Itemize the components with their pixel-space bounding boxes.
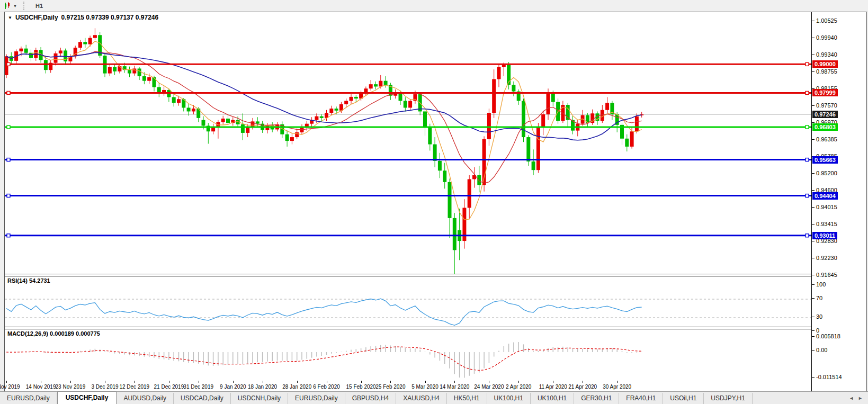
time-axis-label: 14 Nov 2019 xyxy=(26,384,56,390)
axis-tick-mark xyxy=(812,275,815,275)
candle-down xyxy=(285,134,289,141)
top-toolbar: ▼ M1M5M15M30H1H4D1W1MN xyxy=(0,0,868,12)
chart-type-button[interactable]: ▼ xyxy=(2,2,19,10)
axis-tick-mark xyxy=(812,139,815,140)
candle-down xyxy=(320,116,324,118)
level-handle[interactable] xyxy=(7,194,10,197)
time-tick xyxy=(135,381,135,383)
candle-down xyxy=(522,101,525,137)
level-handle[interactable] xyxy=(806,125,809,129)
time-axis-label: 30 Apr 2020 xyxy=(603,384,631,390)
time-tick xyxy=(297,381,298,383)
chart-tab-usdjpy-h1[interactable]: USDJPY,H1 xyxy=(704,393,752,404)
chart-tab-ger30-h1[interactable]: GER30,H1 xyxy=(574,393,619,404)
level-handle[interactable] xyxy=(806,158,809,161)
candle-down xyxy=(625,139,629,147)
chart-tab-eurusd-daily[interactable]: EURUSD,Daily xyxy=(0,393,57,404)
chart-tab-hk50-h1[interactable]: HK50,H1 xyxy=(447,393,487,404)
axis-tick-mark xyxy=(812,241,815,241)
price-axis-label: 0.95200 xyxy=(816,170,837,176)
level-handle[interactable] xyxy=(7,91,10,94)
macd-pane[interactable]: MACD(12,26,9) 0.000189 0.000775 xyxy=(5,329,812,381)
candle-up xyxy=(630,131,634,147)
candle-down xyxy=(428,127,432,144)
candlestick-chart-icon xyxy=(4,2,12,10)
time-tick xyxy=(361,381,362,383)
level-handle[interactable] xyxy=(806,62,809,66)
level-handle[interactable] xyxy=(806,234,809,237)
price-axis-label: 0.94015 xyxy=(816,204,837,210)
price-level-badge: 0.95663 xyxy=(812,156,838,164)
chart-tab-fra40-h1[interactable]: FRA40,H1 xyxy=(619,393,663,404)
candle-up xyxy=(497,67,501,79)
time-axis-label: 9 Jan 2020 xyxy=(220,384,246,390)
chart-tab-gbpusd-h4[interactable]: GBPUSD,H4 xyxy=(345,393,396,404)
time-tick xyxy=(169,381,169,383)
axis-tick-mark xyxy=(812,336,815,337)
tab-scroll-right-icon[interactable]: ► xyxy=(858,396,863,401)
tab-list: EURUSD,DailyUSDCHF,DailyAUDUSD,DailyUSDC… xyxy=(0,392,753,404)
chart-tab-xauusd-h4[interactable]: XAUUSD,H4 xyxy=(396,393,447,404)
price-axis-label: 0.91645 xyxy=(816,272,837,278)
time-axis-label: 18 Jan 2020 xyxy=(248,384,277,390)
candle-down xyxy=(438,161,442,170)
rsi-axis-label: 70 xyxy=(816,295,822,301)
axis-tick-mark xyxy=(812,224,815,225)
time-axis-label: 21 Apr 2020 xyxy=(568,384,597,390)
axis-tick-mark xyxy=(812,173,815,174)
moving-average-mid xyxy=(6,52,642,183)
candle-up xyxy=(541,114,545,127)
candle-up xyxy=(547,93,550,114)
candle-down xyxy=(172,97,176,103)
candle-up xyxy=(502,65,506,67)
candle-up xyxy=(315,116,318,120)
chart-tab-usdchf-daily[interactable]: USDCHF,Daily xyxy=(57,391,117,404)
time-axis-label: 28 Jan 2020 xyxy=(282,384,311,390)
price-axis[interactable]: 1.005250.999400.993400.987550.981550.975… xyxy=(811,12,866,391)
rsi-pane[interactable]: RSI(14) 54.2731 xyxy=(5,276,812,327)
axis-tick-mark xyxy=(812,21,815,21)
axis-tick-mark xyxy=(812,71,815,72)
level-handle[interactable] xyxy=(7,234,10,237)
price-axis-label: 0.99340 xyxy=(816,51,837,58)
tab-scroll-left-icon[interactable]: ◄ xyxy=(849,396,854,401)
candle-up xyxy=(329,109,333,113)
level-handle[interactable] xyxy=(7,158,10,161)
axis-tick-mark xyxy=(812,258,815,258)
time-tick xyxy=(41,381,41,383)
candle-up xyxy=(54,53,58,63)
time-axis-label: 24 Mar 2020 xyxy=(474,384,504,390)
axis-tick-mark xyxy=(812,284,815,285)
candle-down xyxy=(142,76,146,81)
chart-tab-usoil-h1[interactable]: USOil,H1 xyxy=(663,393,704,404)
chart-tab-usdcnh-daily[interactable]: USDCNH,Daily xyxy=(231,393,288,404)
level-handle[interactable] xyxy=(806,91,809,94)
candle-up xyxy=(487,113,491,139)
chart-tab-uk100-h1[interactable]: UK100,H1 xyxy=(531,393,574,404)
chart-tab-audusd-daily[interactable]: AUDUSD,Daily xyxy=(117,393,174,404)
candle-down xyxy=(443,170,446,182)
axis-tick-mark xyxy=(812,377,815,378)
level-handle[interactable] xyxy=(7,125,10,129)
level-handle[interactable] xyxy=(806,194,809,197)
axis-tick-mark xyxy=(812,317,815,317)
time-tick xyxy=(70,381,71,383)
candle-up xyxy=(177,99,181,103)
candle-down xyxy=(335,109,338,111)
timeframe-button-h1[interactable]: H1 xyxy=(31,1,51,11)
main-chart-pane[interactable]: ▼ USDCHF,Daily 0.97215 0.97339 0.97137 0… xyxy=(5,12,812,274)
chart-tab-uk100-h1[interactable]: UK100,H1 xyxy=(487,393,531,404)
toolbar-grip xyxy=(23,2,27,10)
chart-tab-eurusd-daily[interactable]: EURUSD,Daily xyxy=(288,393,345,404)
candle-up xyxy=(108,67,112,74)
candle-up xyxy=(295,132,299,137)
level-handle[interactable] xyxy=(7,62,10,66)
chart-tab-usdcad-daily[interactable]: USDCAD,Daily xyxy=(174,393,231,404)
moving-average-fast xyxy=(6,41,642,220)
price-axis-label: 0.92230 xyxy=(816,255,837,261)
time-axis-label: 25 Feb 2020 xyxy=(375,384,405,390)
time-axis-label: 2 Apr 2020 xyxy=(506,384,531,390)
chart-tab-bar: EURUSD,DailyUSDCHF,DailyAUDUSD,DailyUSDC… xyxy=(0,391,868,404)
candle-down xyxy=(477,175,481,185)
candle-down xyxy=(187,107,191,111)
